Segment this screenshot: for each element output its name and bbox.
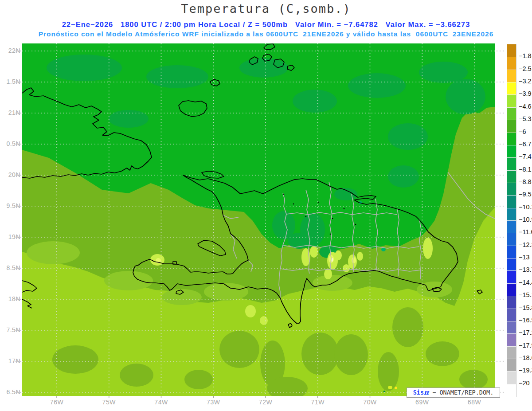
colorbar-band-9 bbox=[507, 145, 516, 158]
watermark-pi-icon: π bbox=[424, 388, 429, 396]
colorbar-label-−15.8: −15.8 bbox=[519, 304, 532, 311]
colorbar-band-15 bbox=[507, 220, 516, 233]
lon-label-73W: 73W bbox=[203, 399, 224, 406]
colorbar-band-27 bbox=[507, 371, 516, 384]
colorbar-label-−10.2: −10.2 bbox=[519, 204, 532, 211]
lon-label-72W: 72W bbox=[255, 399, 276, 406]
colorbar-band-26 bbox=[507, 359, 516, 372]
colorbar-band-12 bbox=[507, 183, 516, 196]
colorbar-label-−13: −13 bbox=[519, 254, 532, 261]
colorbar-label-−17.2: −17.2 bbox=[519, 329, 532, 336]
watermark-box: Sisπ − ONAMET/REP.DOM. bbox=[407, 388, 500, 398]
watermark-org: − ONAMET/REP.DOM. bbox=[429, 389, 493, 396]
colorbar-label-−11.6: −11.6 bbox=[519, 228, 532, 235]
colorbar-label-−17.9: −17.9 bbox=[519, 342, 532, 349]
colorbar-band-19 bbox=[507, 270, 516, 283]
colorbar-band-18 bbox=[507, 258, 516, 271]
colorbar-band-3 bbox=[507, 70, 516, 82]
colorbar-band-13 bbox=[507, 195, 516, 208]
colorbar-label-−14.4: −14.4 bbox=[519, 279, 532, 286]
lat-label-22N: 22N bbox=[0, 47, 20, 54]
lat-label-19N: 19N bbox=[0, 233, 20, 240]
colorbar-label-−3.2: −3.2 bbox=[519, 78, 532, 85]
lat-label-6.5N: 6.5N bbox=[0, 388, 20, 395]
lon-label-75W: 75W bbox=[98, 399, 120, 406]
colorbar-band-7 bbox=[507, 120, 516, 133]
lat-label-17N: 17N bbox=[0, 357, 20, 364]
colorbar-band-22 bbox=[507, 309, 516, 321]
colorbar-band-8 bbox=[507, 133, 516, 145]
colorbar-band-6 bbox=[507, 107, 516, 120]
colorbar-label-−13.7: −13.7 bbox=[519, 266, 532, 273]
lat-label-20N: 20N bbox=[0, 171, 20, 178]
colorbar-band-2 bbox=[507, 57, 516, 70]
lat-label-8.5N: 8.5N bbox=[0, 264, 20, 271]
lon-label-74W: 74W bbox=[151, 399, 172, 406]
colorbar-label-−19.3: −19.3 bbox=[519, 367, 532, 374]
colorbar-band-5 bbox=[507, 94, 516, 107]
colorbar-label-−1.8: −1.8 bbox=[519, 52, 532, 59]
colorbar-label-−4.6: −4.6 bbox=[519, 103, 532, 110]
colorbar-band-17 bbox=[507, 246, 516, 258]
colorbar-band-25 bbox=[507, 346, 516, 359]
colorbar-band-14 bbox=[507, 208, 516, 221]
colorbar-label-−9.5: −9.5 bbox=[519, 191, 532, 198]
lat-label-21N: 21N bbox=[0, 109, 20, 116]
lat-label-7.5N: 7.5N bbox=[0, 326, 20, 333]
colorbar-label-−7.4: −7.4 bbox=[519, 153, 532, 160]
colorbar-band-21 bbox=[507, 296, 516, 309]
colorbar-band-23 bbox=[507, 321, 516, 334]
colorbar-label-−6: −6 bbox=[519, 128, 532, 135]
lat-label-9.5N: 9.5N bbox=[0, 202, 20, 209]
weather-forecast-page: Temperatura (C,somb.) 22−Ene−2026 1800 U… bbox=[0, 0, 532, 411]
colorbar-band-11 bbox=[507, 170, 516, 183]
colorbar-band-10 bbox=[507, 157, 516, 170]
lon-label-69W: 69W bbox=[411, 399, 433, 406]
temperature-colorbar bbox=[507, 44, 516, 397]
lon-label-68W: 68W bbox=[464, 399, 485, 406]
lon-label-76W: 76W bbox=[46, 399, 67, 406]
colorbar-label-−10.9: −10.9 bbox=[519, 216, 532, 223]
colorbar-label-−8.1: −8.1 bbox=[519, 166, 532, 173]
colorbar-band-1 bbox=[507, 44, 516, 57]
colorbar-label-−20: −20 bbox=[519, 380, 532, 387]
colorbar-band-20 bbox=[507, 283, 516, 296]
colorbar-label-−5.3: −5.3 bbox=[519, 115, 532, 122]
colorbar-label-−16.5: −16.5 bbox=[519, 317, 532, 324]
colorbar-band-16 bbox=[507, 233, 516, 246]
colorbar-label-−6.7: −6.7 bbox=[519, 141, 532, 148]
lat-label-18N: 18N bbox=[0, 295, 20, 302]
colorbar-band-4 bbox=[507, 82, 516, 95]
colorbar-band-24 bbox=[507, 333, 516, 346]
lat-label-0.5N: 0.5N bbox=[0, 140, 20, 147]
lon-label-70W: 70W bbox=[360, 399, 381, 406]
colorbar-label-−15.1: −15.1 bbox=[519, 291, 532, 298]
colorbar-label-−8.8: −8.8 bbox=[519, 178, 532, 185]
colorbar-label-−12.3: −12.3 bbox=[519, 241, 532, 248]
colorbar-band-28 bbox=[507, 384, 516, 397]
colorbar-label-−3.9: −3.9 bbox=[519, 90, 532, 97]
colorbar-label-−18.6: −18.6 bbox=[519, 354, 532, 361]
forecast-map bbox=[0, 0, 532, 411]
watermark-sis: Sis bbox=[413, 389, 424, 396]
colorbar-label-−2.5: −2.5 bbox=[519, 65, 532, 72]
lon-label-71W: 71W bbox=[307, 399, 329, 406]
lat-label-1.5N: 1.5N bbox=[0, 78, 20, 85]
